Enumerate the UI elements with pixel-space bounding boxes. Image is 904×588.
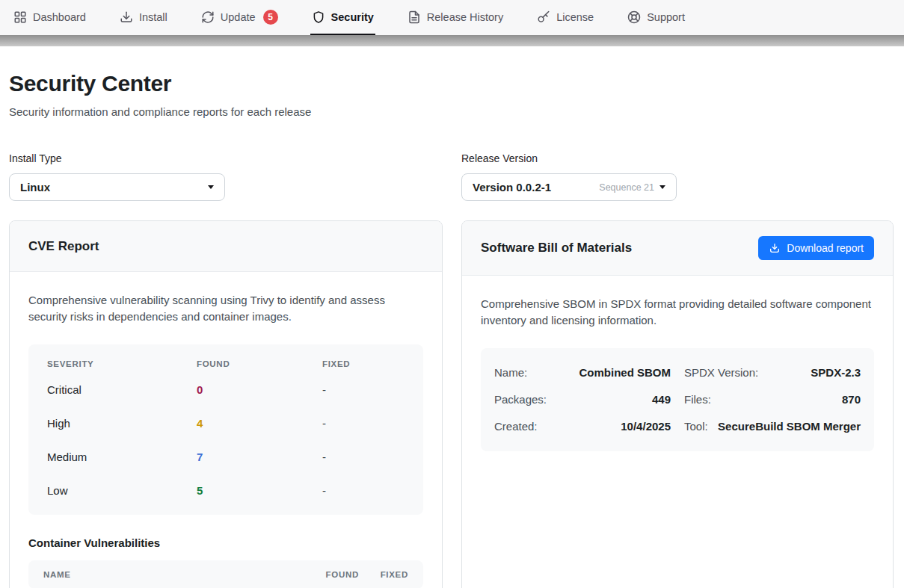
install-type-label: Install Type xyxy=(9,152,443,164)
severity-name: Critical xyxy=(47,383,197,396)
nav-label: Support xyxy=(647,11,685,23)
nav-item-support[interactable]: Support xyxy=(626,0,686,35)
nav-item-install[interactable]: Install xyxy=(118,0,169,35)
detail-value: SPDX-2.3 xyxy=(811,366,861,379)
detail-value: 10/4/2025 xyxy=(621,420,671,433)
filters-row: Install Type Linux Release Version Versi… xyxy=(9,152,895,201)
release-version-value: Version 0.0.2-1 xyxy=(473,181,551,194)
nav-label: Security xyxy=(331,11,374,23)
release-version-field: Release Version Version 0.0.2-1 Sequence… xyxy=(461,152,894,201)
fixed-col-header: FIXED xyxy=(322,359,405,368)
release-sequence-label: Sequence 21 xyxy=(599,182,654,193)
install-type-value: Linux xyxy=(20,181,50,194)
severity-found-count: 7 xyxy=(197,451,322,463)
severity-table-header: SEVERITY FOUND FIXED xyxy=(47,350,405,373)
cve-card-header: CVE Report xyxy=(10,221,442,272)
severity-found-count: 5 xyxy=(197,484,322,497)
severity-fixed-count: - xyxy=(322,484,405,497)
page-title: Security Center xyxy=(9,71,895,96)
chevron-down-icon xyxy=(659,185,665,189)
sbom-detail-packages: Packages: 449 xyxy=(494,386,671,413)
sbom-card-header: Software Bill of Materials Download repo… xyxy=(462,221,893,276)
install-type-field: Install Type Linux xyxy=(9,152,443,201)
detail-value: 870 xyxy=(842,393,861,406)
nav-item-license[interactable]: License xyxy=(535,0,595,35)
page-subtitle: Security information and compliance repo… xyxy=(9,105,895,118)
download-report-label: Download report xyxy=(787,242,864,254)
nav-item-update[interactable]: Update 5 xyxy=(200,0,280,35)
sbom-detail-name: Name: Combined SBOM xyxy=(494,359,671,386)
sbom-card-body: Comprehensive SBOM in SPDX format provid… xyxy=(462,276,893,471)
nav-label: Release History xyxy=(427,11,503,23)
sbom-description: Comprehensive SBOM in SPDX format provid… xyxy=(481,296,874,329)
life-buoy-icon xyxy=(627,10,641,24)
nav-item-security[interactable]: Security xyxy=(310,0,375,35)
severity-col-header: SEVERITY xyxy=(47,359,197,368)
chevron-down-icon xyxy=(208,185,214,189)
dashboard-icon xyxy=(13,10,27,24)
detail-value: SecureBuild SBOM Merger xyxy=(718,420,861,433)
cve-card-title: CVE Report xyxy=(28,239,99,254)
cve-card-body: Comprehensive vulnerability scanning usi… xyxy=(10,272,442,588)
table-row: Medium 7 - xyxy=(47,440,405,474)
cards-row: CVE Report Comprehensive vulnerability s… xyxy=(9,220,895,588)
detail-label: Files: xyxy=(684,393,711,406)
cve-description: Comprehensive vulnerability scanning usi… xyxy=(28,292,423,325)
found-col-header: FOUND xyxy=(197,359,322,368)
sbom-details-grid: Name: Combined SBOM SPDX Version: SPDX-2… xyxy=(481,348,874,451)
sbom-card: Software Bill of Materials Download repo… xyxy=(461,220,894,588)
fixed-col-header: FIXED xyxy=(359,570,408,579)
table-row: Low 5 - xyxy=(47,474,405,507)
download-report-button[interactable]: Download report xyxy=(758,236,874,260)
install-type-select[interactable]: Linux xyxy=(9,173,225,201)
severity-name: High xyxy=(47,417,197,430)
key-icon xyxy=(537,10,550,24)
detail-value: Combined SBOM xyxy=(579,366,671,379)
detail-label: Tool: xyxy=(684,420,708,433)
detail-value: 449 xyxy=(652,393,671,406)
nav-item-release-history[interactable]: Release History xyxy=(406,0,505,35)
sbom-detail-tool: Tool: SecureBuild SBOM Merger xyxy=(684,413,861,440)
severity-found-count: 4 xyxy=(197,417,322,430)
table-row: High 4 - xyxy=(47,406,405,440)
severity-fixed-count: - xyxy=(322,417,405,430)
sbom-card-title: Software Bill of Materials xyxy=(481,241,632,256)
detail-label: Created: xyxy=(494,420,538,433)
detail-label: SPDX Version: xyxy=(684,366,758,379)
file-text-icon xyxy=(408,10,421,24)
refresh-icon xyxy=(201,10,215,24)
container-vulnerabilities-title: Container Vulnerabilities xyxy=(28,536,423,549)
download-icon xyxy=(769,242,781,254)
shield-icon xyxy=(312,10,325,24)
severity-found-count: 0 xyxy=(197,383,322,396)
detail-label: Name: xyxy=(494,366,527,379)
container-vulnerabilities-table-header: NAME FOUND FIXED xyxy=(28,560,423,588)
sbom-detail-files: Files: 870 xyxy=(684,386,861,413)
nav-item-dashboard[interactable]: Dashboard xyxy=(12,0,87,35)
release-version-label: Release Version xyxy=(461,152,894,164)
nav-label: License xyxy=(556,11,594,23)
severity-name: Low xyxy=(47,484,197,497)
nav-label: Install xyxy=(139,11,167,23)
cve-report-card: CVE Report Comprehensive vulnerability s… xyxy=(9,220,443,588)
scroll-shadow-strip xyxy=(0,35,904,46)
sbom-detail-created: Created: 10/4/2025 xyxy=(494,413,671,440)
table-row: Critical 0 - xyxy=(47,373,405,406)
severity-fixed-count: - xyxy=(322,383,405,396)
severity-fixed-count: - xyxy=(322,451,405,463)
severity-table: SEVERITY FOUND FIXED Critical 0 - High 4… xyxy=(28,344,423,515)
nav-label: Dashboard xyxy=(33,11,86,23)
sbom-detail-spdx-version: SPDX Version: SPDX-2.3 xyxy=(684,359,861,386)
update-count-badge: 5 xyxy=(263,10,278,25)
download-icon xyxy=(120,10,133,24)
severity-name: Medium xyxy=(47,451,197,463)
main-content: Security Center Security information and… xyxy=(0,71,904,588)
detail-label: Packages: xyxy=(494,393,547,406)
found-col-header: FOUND xyxy=(299,570,359,579)
nav-label: Update xyxy=(221,11,256,23)
release-version-select[interactable]: Version 0.0.2-1 Sequence 21 xyxy=(461,173,677,201)
name-col-header: NAME xyxy=(43,570,299,579)
top-nav: Dashboard Install Update 5 Security Rele… xyxy=(0,0,904,35)
